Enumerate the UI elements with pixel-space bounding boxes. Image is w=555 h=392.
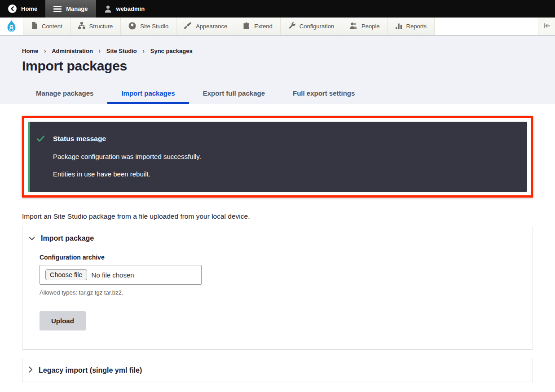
- hamburger-icon: [53, 6, 62, 12]
- breadcrumb-administration[interactable]: Administration: [52, 48, 93, 54]
- menu-item-label: Reports: [406, 23, 427, 30]
- drupal-logo[interactable]: [0, 18, 23, 35]
- menu-item-label: Site Studio: [140, 23, 168, 30]
- primary-tabs: Manage packages Import packages Export f…: [22, 84, 533, 104]
- topbar-manage[interactable]: Manage: [45, 0, 96, 18]
- breadcrumb: Home › Administration › Site Studio › Sy…: [22, 48, 533, 54]
- breadcrumb-home[interactable]: Home: [22, 48, 38, 54]
- topbar-home-label: Home: [21, 5, 37, 12]
- status-message: Status message Package configuration was…: [28, 122, 527, 192]
- menu-item-label: Content: [42, 23, 62, 30]
- breadcrumb-separator: ›: [44, 48, 46, 54]
- structure-sitemap-icon: [78, 22, 85, 31]
- legacy-import-title: Legacy import (single yml file): [39, 366, 142, 374]
- allowed-types-hint: Allowed types: tar.gz tgz tar.bz2.: [40, 289, 515, 296]
- status-message-title: Status message: [53, 135, 201, 143]
- appearance-brush-icon: [184, 22, 192, 31]
- extend-puzzle-icon: [243, 22, 250, 31]
- import-package-summary[interactable]: Import package: [22, 227, 533, 250]
- breadcrumb-sync-packages[interactable]: Sync packages: [150, 48, 193, 54]
- page-title: Import packages: [22, 58, 533, 74]
- user-icon: [104, 5, 112, 13]
- menu-item-structure[interactable]: Structure: [70, 18, 121, 35]
- content-file-icon: [31, 22, 38, 31]
- menu-item-appearance[interactable]: Appearance: [176, 18, 235, 35]
- topbar-user-account[interactable]: webadmin: [96, 0, 153, 18]
- menu-item-site-studio[interactable]: Site Studio: [121, 18, 176, 35]
- menu-item-people[interactable]: People: [342, 18, 388, 35]
- page-header: Home › Administration › Site Studio › Sy…: [0, 35, 555, 104]
- tab-import-packages[interactable]: Import packages: [107, 84, 189, 104]
- menu-item-label: Appearance: [196, 23, 227, 30]
- admin-menu-toolbar: Content Structure Site Studio Appearance…: [0, 18, 555, 35]
- topbar-manage-label: Manage: [66, 5, 88, 12]
- import-package-section: Import package Configuration archive Cho…: [22, 227, 533, 350]
- upload-button[interactable]: Upload: [40, 311, 86, 330]
- tab-manage-packages[interactable]: Manage packages: [22, 84, 107, 104]
- tab-full-export-settings[interactable]: Full export settings: [279, 84, 369, 104]
- topbar-back-to-site[interactable]: Home: [0, 0, 45, 18]
- main-content: Status message Package configuration was…: [0, 104, 555, 392]
- annotation-highlight-rectangle: Status message Package configuration was…: [22, 116, 533, 198]
- chevron-right-icon: [29, 366, 33, 374]
- intro-text: Import an Site Studio package from a fil…: [22, 212, 533, 220]
- site-studio-icon: [128, 22, 136, 31]
- choose-file-button[interactable]: Choose file: [45, 269, 87, 280]
- menu-item-label: People: [361, 23, 379, 30]
- chevron-down-icon: [29, 234, 35, 242]
- configuration-archive-label: Configuration archive: [40, 254, 515, 261]
- status-message-content: Status message Package configuration was…: [53, 135, 201, 178]
- checkmark-icon: [37, 135, 44, 178]
- import-package-title: Import package: [41, 234, 94, 242]
- reports-chart-icon: [396, 22, 402, 31]
- admin-topbar: Home Manage webadmin: [0, 0, 555, 18]
- back-to-site-icon: [8, 4, 17, 13]
- topbar-user-label: webadmin: [116, 5, 145, 12]
- toolbar-orientation-toggle[interactable]: [538, 18, 555, 35]
- status-message-line: Entities in use have been rebuilt.: [53, 170, 201, 178]
- breadcrumb-separator: ›: [143, 48, 145, 54]
- menu-item-reports[interactable]: Reports: [388, 18, 435, 35]
- configuration-wrench-icon: [288, 22, 295, 31]
- file-status-text: No file chosen: [92, 271, 134, 279]
- toolbar-spacer: [435, 18, 538, 35]
- breadcrumb-separator: ›: [99, 48, 101, 54]
- menu-item-label: Structure: [89, 23, 113, 30]
- collapse-left-icon: [543, 22, 551, 31]
- menu-item-label: Configuration: [300, 23, 334, 30]
- file-upload-input[interactable]: Choose file No file chosen: [40, 265, 202, 285]
- menu-item-configuration[interactable]: Configuration: [281, 18, 342, 35]
- breadcrumb-site-studio[interactable]: Site Studio: [106, 48, 137, 54]
- menu-item-content[interactable]: Content: [23, 18, 70, 35]
- menu-item-extend[interactable]: Extend: [235, 18, 280, 35]
- status-message-line: Package configuration was imported succe…: [53, 153, 201, 160]
- import-package-body: Configuration archive Choose file No fil…: [22, 250, 533, 349]
- legacy-import-summary[interactable]: Legacy import (single yml file): [22, 359, 533, 382]
- tab-export-full-package[interactable]: Export full package: [189, 84, 279, 104]
- people-icon: [350, 22, 357, 31]
- menu-item-label: Extend: [254, 23, 272, 30]
- legacy-import-section: Legacy import (single yml file): [22, 359, 533, 382]
